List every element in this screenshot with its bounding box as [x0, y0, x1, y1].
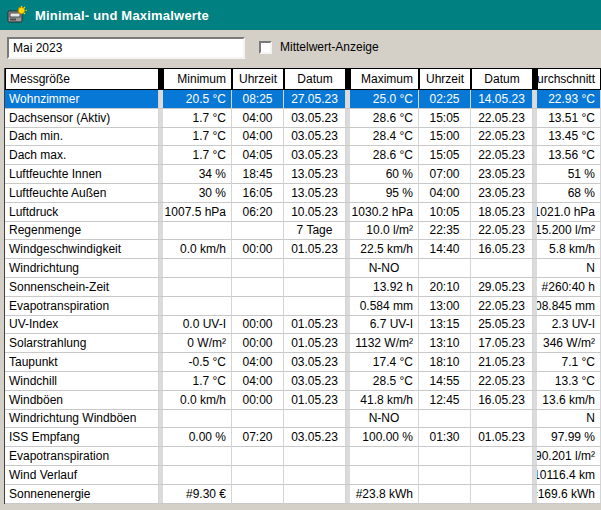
- cell: 04:00: [232, 109, 284, 128]
- cell: 13.56 °C: [537, 146, 601, 165]
- cell: 18:10: [419, 353, 471, 372]
- table-row[interactable]: Dach max.1.7 °C04:0503.05.2328.6 °C15:05…: [5, 146, 601, 165]
- cell: 06:20: [232, 203, 284, 222]
- period-input[interactable]: [7, 37, 245, 59]
- table-row[interactable]: Sonnenschein-Zeit13.92 h20:1029.05.23#26…: [5, 278, 601, 297]
- column-header-1[interactable]: Minimum: [164, 69, 231, 89]
- cell: [284, 259, 346, 278]
- cell: 03.05.23: [284, 128, 346, 147]
- table-row[interactable]: Luftfeuchte Außen30 %16:0513.05.2395 %04…: [5, 184, 601, 203]
- table-row[interactable]: Dach min.1.7 °C04:0003.05.2328.4 °C15:00…: [5, 128, 601, 147]
- cell: Regenmenge: [5, 222, 159, 241]
- cell: [232, 485, 284, 504]
- cell: 13:00: [419, 297, 471, 316]
- cell: 22:35: [419, 222, 471, 241]
- cell: 00:00: [232, 391, 284, 410]
- cell: 14:55: [419, 372, 471, 391]
- table-row[interactable]: Taupunkt-0.5 °C04:0003.05.2317.4 °C18:10…: [5, 353, 601, 372]
- cell: 23.05.23: [471, 165, 533, 184]
- cell: Luftfeuchte Außen: [5, 184, 159, 203]
- table-row[interactable]: ISS Empfang0.00 %07:2003.05.23100.00 %01…: [5, 428, 601, 447]
- cell: [471, 447, 533, 466]
- table-row[interactable]: Regenmenge7 Tage10.0 l/m²22:3522.05.23#1…: [5, 222, 601, 241]
- cell: [419, 447, 471, 466]
- column-header-5[interactable]: Uhrzeit: [420, 69, 470, 89]
- cell: [163, 222, 232, 241]
- cell: 04:00: [419, 184, 471, 203]
- cell: 14:40: [419, 240, 471, 259]
- table-row[interactable]: Wind Verlauf10116.4 km: [5, 466, 601, 485]
- cell: 18.05.23: [471, 203, 533, 222]
- cell: 13:10: [419, 334, 471, 353]
- cell: 10.05.23: [284, 203, 346, 222]
- cell: [163, 410, 232, 429]
- cell: 41.8 km/h: [350, 391, 419, 410]
- cell: 100.00 %: [350, 428, 419, 447]
- table-row[interactable]: Wohnzimmer20.5 °C08:2527.05.2325.0 °C02:…: [5, 90, 601, 109]
- cell: Sonnenenergie: [5, 485, 159, 504]
- cell: 10116.4 km: [537, 466, 601, 485]
- table-row[interactable]: Solarstrahlung0 W/m²00:0001.05.231132 W/…: [5, 334, 601, 353]
- table-row[interactable]: Evapotranspiration0.584 mm13:0022.05.23#…: [5, 297, 601, 316]
- column-header-0[interactable]: Messgröße: [6, 69, 158, 89]
- cell: 0.00 %: [163, 428, 232, 447]
- cell: 00:00: [232, 316, 284, 335]
- cell: #9.30 €: [163, 485, 232, 504]
- table-row[interactable]: Windrichtung WindböenN-NON: [5, 410, 601, 429]
- cell: N-NO: [350, 410, 419, 429]
- cell: Windrichtung Windböen: [5, 410, 159, 429]
- cell: [284, 410, 346, 429]
- table-row[interactable]: Luftfeuchte Innen34 %18:4513.05.2360 %07…: [5, 165, 601, 184]
- cell: 12:45: [419, 391, 471, 410]
- cell: [163, 466, 232, 485]
- cell: Taupunkt: [5, 353, 159, 372]
- cell: Solarstrahlung: [5, 334, 159, 353]
- cell: 1030.2 hPa: [350, 203, 419, 222]
- cell: 04:00: [232, 372, 284, 391]
- column-header-6[interactable]: Datum: [472, 69, 532, 89]
- cell: Dachsensor (Aktiv): [5, 109, 159, 128]
- cell: 01.05.23: [284, 391, 346, 410]
- cell: [284, 278, 346, 297]
- cell: 1.7 °C: [163, 146, 232, 165]
- cell: 25.0 °C: [350, 90, 419, 109]
- table-row[interactable]: Sonnenenergie#9.30 €#23.8 kWh#169.6 kWh: [5, 485, 601, 504]
- column-header-3[interactable]: Datum: [285, 69, 345, 89]
- table-row[interactable]: Luftdruck1007.5 hPa06:2010.05.231030.2 h…: [5, 203, 601, 222]
- cell: [232, 222, 284, 241]
- cell: [419, 259, 471, 278]
- cell: N-NO: [350, 259, 419, 278]
- cell: Windgeschwindigkeit: [5, 240, 159, 259]
- table-row[interactable]: UV-Index0.0 UV-I00:0001.05.236.7 UV-I13:…: [5, 316, 601, 335]
- cell: 22.93 °C: [537, 90, 601, 109]
- column-header-7[interactable]: Durchschnitt: [538, 69, 600, 89]
- table-row[interactable]: Windchill1.7 °C04:0003.05.2328.5 °C14:55…: [5, 372, 601, 391]
- cell: Dach min.: [5, 128, 159, 147]
- mittelwert-checkbox[interactable]: [259, 41, 272, 54]
- cell: 1007.5 hPa: [163, 203, 232, 222]
- cell: Windrichtung: [5, 259, 159, 278]
- cell: 16:05: [232, 184, 284, 203]
- cell: 22.5 km/h: [350, 240, 419, 259]
- cell: [471, 259, 533, 278]
- cell: Evapotranspiration: [5, 297, 159, 316]
- column-header-4[interactable]: Maximum: [351, 69, 418, 89]
- table-row[interactable]: Dachsensor (Aktiv)1.7 °C04:0003.05.2328.…: [5, 109, 601, 128]
- cell: 13.45 °C: [537, 128, 601, 147]
- cell: 01.05.23: [284, 316, 346, 335]
- cell: 08:25: [232, 90, 284, 109]
- table-row[interactable]: Windgeschwindigkeit0.0 km/h00:0001.05.23…: [5, 240, 601, 259]
- cell: Luftdruck: [5, 203, 159, 222]
- cell: 22.05.23: [471, 128, 533, 147]
- column-header-2[interactable]: Uhrzeit: [233, 69, 283, 89]
- cell: -0.5 °C: [163, 353, 232, 372]
- cell: Evapotranspiration: [5, 447, 159, 466]
- cell: [163, 259, 232, 278]
- cell: 7 Tage: [284, 222, 346, 241]
- table-row[interactable]: WindrichtungN-NON: [5, 259, 601, 278]
- table-row[interactable]: Evapotranspiration90.201 l/m²: [5, 447, 601, 466]
- cell: [232, 410, 284, 429]
- table-row[interactable]: Windböen0.0 km/h00:0001.05.2341.8 km/h12…: [5, 391, 601, 410]
- cell: 03.05.23: [284, 353, 346, 372]
- cell: 03.05.23: [284, 428, 346, 447]
